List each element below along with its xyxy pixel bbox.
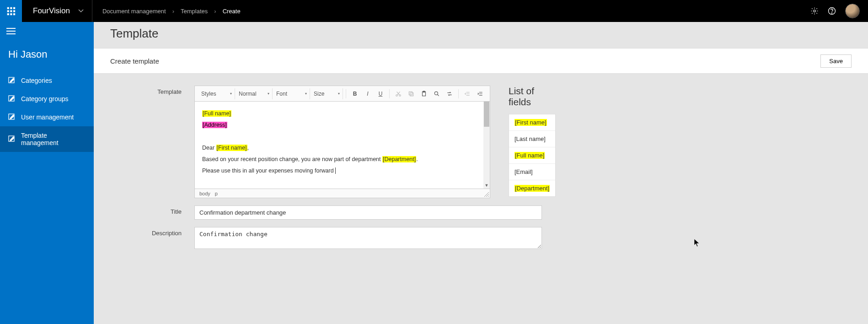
toolbar-separator [458, 89, 459, 98]
size-dropdown[interactable]: Size▾ [311, 88, 343, 99]
paste-button[interactable] [418, 88, 430, 100]
token-first-name[interactable]: [First name] [216, 145, 247, 151]
field-list: [First name] [Last name] [Full name] [Em… [509, 114, 556, 197]
editor-content[interactable]: [Full name] [Address] Dear [First name],… [195, 102, 483, 189]
topbar-right [810, 4, 868, 18]
search-icon [434, 91, 440, 97]
chevron-down-icon [78, 8, 84, 14]
replace-icon [446, 91, 453, 97]
breadcrumb-item[interactable]: Templates [181, 8, 208, 15]
edit-icon [8, 95, 16, 103]
editor-scrollbar[interactable]: ▲ ▼ [483, 102, 490, 189]
svg-rect-0 [7, 7, 9, 9]
scroll-thumb[interactable] [484, 102, 489, 127]
svg-rect-14 [6, 33, 16, 34]
editor-text: , [247, 145, 249, 151]
sidebar: Hi Jason Categories Category groups User… [0, 22, 94, 324]
field-full-name[interactable]: [Full name] [509, 147, 555, 164]
waffle-icon [6, 6, 16, 16]
app-name-label: FourVision [33, 6, 70, 16]
sidebar-greeting: Hi Jason [0, 40, 94, 71]
outdent-button[interactable] [461, 88, 473, 100]
svg-rect-8 [13, 13, 15, 15]
save-button[interactable]: Save [820, 54, 852, 68]
field-department[interactable]: [Department] [509, 180, 555, 196]
help-icon[interactable] [828, 7, 836, 15]
subbar-title: Create template [110, 57, 159, 65]
sidebar-item-label: Category groups [21, 95, 69, 103]
bold-button[interactable]: B [349, 88, 361, 100]
format-dropdown[interactable]: Normal▾ [236, 88, 273, 99]
subbar: Create template Save [94, 48, 868, 74]
svg-point-25 [434, 92, 438, 95]
breadcrumb-item[interactable]: Document management [102, 8, 166, 15]
token-department[interactable]: [Department] [382, 156, 416, 162]
replace-button[interactable] [444, 88, 455, 100]
field-last-name[interactable]: [Last name] [509, 131, 555, 147]
underline-button[interactable]: U [375, 88, 386, 100]
sidebar-item-label: Template management [21, 132, 86, 146]
caret-icon: ▾ [338, 92, 340, 96]
svg-rect-13 [6, 31, 16, 32]
app-name-dropdown[interactable]: FourVision [22, 0, 92, 22]
sidebar-item-template-management[interactable]: Template management [0, 126, 94, 152]
cut-icon [395, 91, 402, 97]
sidebar-item-category-groups[interactable]: Category groups [0, 90, 94, 108]
description-input[interactable] [194, 227, 542, 249]
token-full-name[interactable]: [Full name] [202, 110, 231, 117]
topbar: FourVision Document management › Templat… [0, 0, 868, 22]
form-area: Template Styles▾ Normal▾ Font▾ Size▾ B I… [94, 74, 868, 270]
caret-icon: ▾ [268, 92, 269, 96]
page-title: Template [110, 27, 852, 41]
gear-icon[interactable] [810, 7, 819, 15]
svg-rect-22 [409, 92, 412, 95]
sidebar-item-user-management[interactable]: User management [0, 108, 94, 126]
token-address[interactable]: [Address] [202, 122, 227, 128]
cut-button[interactable] [392, 88, 404, 100]
editor-text: Please use this in all your expenses mov… [202, 167, 335, 174]
field-list-panel: List of fields [First name] [Last name] … [509, 86, 556, 197]
find-button[interactable] [431, 88, 443, 100]
edit-icon [8, 77, 16, 84]
toolbar-separator [389, 89, 390, 98]
svg-rect-4 [10, 10, 12, 12]
styles-dropdown[interactable]: Styles▾ [198, 88, 235, 99]
svg-rect-1 [10, 7, 12, 9]
svg-rect-24 [423, 91, 425, 92]
font-dropdown[interactable]: Font▾ [273, 88, 310, 99]
editor-path-body[interactable]: body [199, 191, 210, 196]
svg-point-11 [831, 13, 832, 13]
field-email[interactable]: [Email] [509, 164, 555, 180]
field-first-name[interactable]: [First name] [509, 114, 555, 131]
editor-path-p[interactable]: p [215, 191, 218, 196]
editor-toolbar: Styles▾ Normal▾ Font▾ Size▾ B I U [195, 86, 490, 102]
svg-rect-7 [10, 13, 12, 15]
avatar[interactable] [845, 4, 860, 18]
copy-icon [408, 91, 414, 97]
italic-button[interactable]: I [362, 88, 374, 100]
caret-icon: ▾ [230, 92, 232, 96]
svg-rect-3 [7, 10, 9, 12]
toolbar-separator [346, 89, 346, 98]
indent-button[interactable] [474, 88, 486, 100]
title-input[interactable] [194, 205, 542, 220]
resize-grip-icon[interactable] [484, 192, 489, 197]
main: Template Create template Save Template S… [94, 22, 868, 324]
app-launcher-button[interactable] [0, 0, 22, 22]
editor-text: Dear [202, 145, 216, 151]
sidebar-item-categories[interactable]: Categories [0, 71, 94, 90]
editor-body[interactable]: [Full name] [Address] Dear [First name],… [195, 102, 490, 189]
breadcrumb-item-current: Create [223, 8, 241, 15]
template-editor: Styles▾ Normal▾ Font▾ Size▾ B I U [194, 86, 490, 198]
breadcrumb-separator: › [172, 8, 174, 15]
scroll-down-icon[interactable]: ▼ [483, 182, 490, 189]
svg-rect-12 [6, 28, 16, 29]
caret-icon: ▾ [305, 92, 307, 96]
sidebar-toggle[interactable] [0, 22, 94, 40]
editor-text: . [416, 156, 418, 162]
indent-icon [477, 91, 483, 97]
editor-footer: body p [195, 189, 490, 198]
breadcrumb: Document management › Templates › Create [92, 8, 241, 15]
copy-button[interactable] [405, 88, 417, 100]
edit-icon [8, 135, 16, 143]
